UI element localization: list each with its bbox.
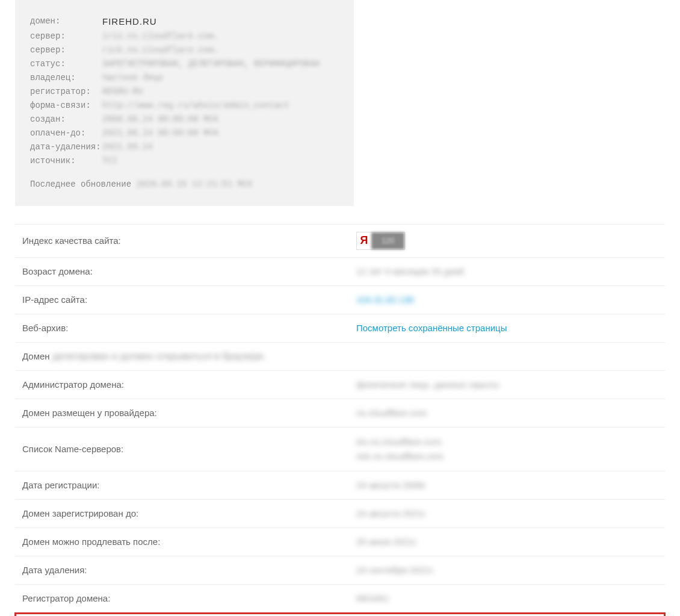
whois-delete-date-row: дата-удаления: 2021.09.24 [30, 141, 339, 154]
reg-date-label: Дата регистрации: [22, 480, 356, 490]
whois-domain-label: домен: [30, 15, 102, 29]
whois-footer-date: 2020.09.15 12:21:51 МСК [136, 179, 252, 189]
whois-paid-till-value: 2021.08.24 00:00:00 МСК [102, 127, 218, 140]
quality-index-value: Я 120 [356, 232, 405, 250]
whois-footer-text: Последнее обновление [30, 179, 136, 189]
domain-info-table: Индекс качества сайта: Я 120 Возраст дом… [15, 224, 665, 617]
provider-label: Домен размещен у провайдера: [22, 408, 356, 418]
domain-age-value: 12 лет 0 месяцев 25 дней [356, 266, 464, 276]
ip-address-value[interactable]: 104.31.82.136 [356, 294, 414, 305]
delete-date-label: Дата удаления: [22, 565, 356, 575]
whois-registrar-label: регистратор: [30, 86, 102, 98]
ip-address-row: IP-адрес сайта: 104.31.82.136 [15, 286, 665, 314]
whois-created-label: создан: [30, 113, 102, 126]
webarchive-label: Веб-архив: [22, 323, 356, 333]
delete-date-row: Дата удаления: 24 сентября 2021г. [15, 556, 665, 585]
whois-contact-form-value: http://www.reg.ru/whois/admin_contact [102, 99, 289, 112]
whois-domain-row: домен: FIREHD.RU [30, 15, 339, 29]
whois-server2-label: сервер: [30, 44, 102, 57]
reg-date-row: Дата регистрации: 24 августа 2008г. [15, 471, 665, 500]
whois-status-value: ЗАРЕГИСТРИРОВАН, ДЕЛЕГИРОВАН, ВЕРИФИЦИРО… [102, 58, 320, 70]
ns-value-2: rick.ns.cloudflare.com. [356, 449, 446, 464]
whois-status-row: статус: ЗАРЕГИСТРИРОВАН, ДЕЛЕГИРОВАН, ВЕ… [30, 58, 339, 70]
quality-index-label: Индекс качества сайта: [22, 235, 356, 246]
whois-raw-box: домен: FIREHD.RU сервер: iris.ns.cloudfl… [15, 0, 354, 206]
whois-created-value: 2008.08.24 00:00:00 МСК [102, 113, 218, 126]
domain-status-text: Домен делегирован и должен открываться в… [22, 351, 266, 362]
yandex-score: 120 [371, 232, 404, 249]
whois-owner-label: владелец: [30, 72, 102, 84]
admin-label: Администратор домена: [22, 379, 356, 390]
registrar-row: Регистратор домена: REGRU [15, 585, 665, 613]
whois-server1-value: iris.ns.cloudflare.com. [102, 30, 218, 43]
whois-owner-value: Частное Лицо [102, 72, 163, 84]
whois-created-row: создан: 2008.08.24 00:00:00 МСК [30, 113, 339, 126]
reg-until-label: Домен зарегистрирован до: [22, 508, 356, 518]
delete-date-value: 24 сентября 2021г. [356, 565, 434, 575]
admin-value: физическое лицо, данные скрыты [356, 379, 499, 390]
whois-domain-value: FIREHD.RU [102, 15, 157, 29]
whois-registrar-row: регистратор: REGRU-RU [30, 86, 339, 98]
domain-age-row: Возраст домена: 12 лет 0 месяцев 25 дней [15, 258, 665, 286]
domain-status-value: делегирован и должен открываться в брауз… [52, 351, 266, 361]
reg-until-row: Домен зарегистрирован до: 24 августа 202… [15, 500, 665, 528]
whois-server1-label: сервер: [30, 30, 102, 43]
domain-status-row: Домен делегирован и должен открываться в… [15, 343, 665, 371]
ns-list-row: Список Name-серверов: iris.ns.cloudflare… [15, 428, 665, 471]
provider-value: ns.cloudflare.com [356, 408, 427, 418]
whois-footer: Последнее обновление 2020.09.15 12:21:51… [30, 178, 339, 191]
provider-row: Домен размещен у провайдера: ns.cloudfla… [15, 399, 665, 428]
ns-list-label: Список Name-серверов: [22, 444, 356, 454]
reg-date-value: 24 августа 2008г. [356, 480, 427, 490]
renew-after-value: 25 июня 2021г. [356, 537, 418, 547]
admin-row: Администратор домена: физическое лицо, д… [15, 371, 665, 399]
whois-source-label: источник: [30, 155, 102, 167]
whois-contact-form-row: форма-связи: http://www.reg.ru/whois/adm… [30, 99, 339, 112]
renew-after-label: Домен можно продлевать после: [22, 537, 356, 547]
contact-form-row: Форма связи с администратором: http://ww… [15, 613, 665, 617]
whois-paid-till-label: оплачен-до: [30, 127, 102, 140]
ip-address-label: IP-адрес сайта: [22, 294, 356, 305]
ns-list-value: iris.ns.cloudflare.com. rick.ns.cloudfla… [356, 435, 446, 464]
whois-source-row: источник: TCI [30, 155, 339, 167]
webarchive-link[interactable]: Посмотреть сохранённые страницы [356, 323, 507, 333]
whois-registrar-value: REGRU-RU [102, 86, 143, 98]
quality-index-row: Индекс качества сайта: Я 120 [15, 224, 665, 258]
whois-owner-row: владелец: Частное Лицо [30, 72, 339, 84]
whois-source-value: TCI [102, 155, 117, 167]
yandex-logo-icon: Я [357, 232, 371, 249]
registrar-value: REGRU [356, 593, 389, 603]
whois-server2-row: сервер: rick.ns.cloudflare.com. [30, 44, 339, 57]
registrar-label: Регистратор домена: [22, 593, 356, 603]
whois-contact-form-label: форма-связи: [30, 99, 102, 112]
whois-delete-date-label: дата-удаления: [30, 141, 102, 154]
webarchive-row: Веб-архив: Посмотреть сохранённые страни… [15, 314, 665, 343]
ns-value-1: iris.ns.cloudflare.com. [356, 435, 446, 449]
reg-until-value: 24 августа 2021г. [356, 508, 427, 518]
domain-status-prefix: Домен [22, 351, 52, 361]
domain-age-label: Возраст домена: [22, 266, 356, 276]
whois-status-label: статус: [30, 58, 102, 70]
whois-paid-till-row: оплачен-до: 2021.08.24 00:00:00 МСК [30, 127, 339, 140]
whois-server1-row: сервер: iris.ns.cloudflare.com. [30, 30, 339, 43]
renew-after-row: Домен можно продлевать после: 25 июня 20… [15, 528, 665, 556]
whois-delete-date-value: 2021.09.24 [102, 141, 153, 154]
whois-server2-value: rick.ns.cloudflare.com. [102, 44, 218, 57]
yandex-badge: Я 120 [356, 232, 405, 250]
